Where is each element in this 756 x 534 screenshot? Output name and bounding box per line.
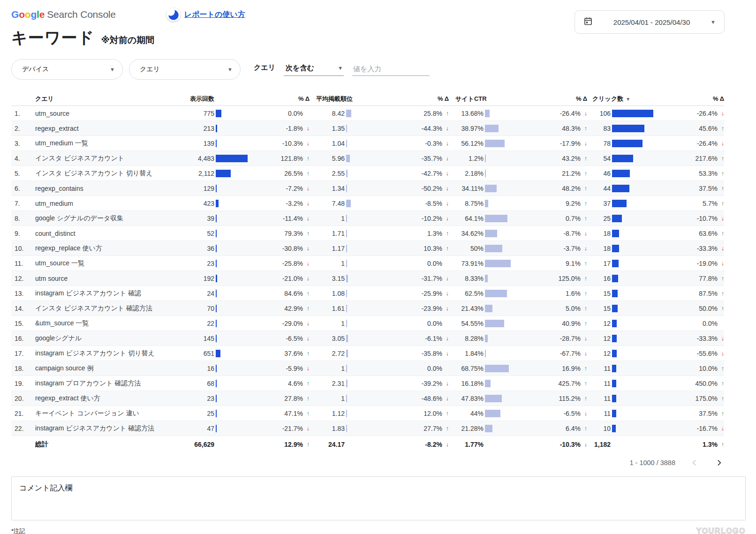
clicks-delta: -16.7%↓: [656, 421, 724, 436]
impressions-bar: [214, 316, 249, 331]
site-ctr-column-header[interactable]: サイトCTR: [449, 95, 513, 103]
pagination: 1 - 1000 / 3888: [11, 453, 724, 473]
impressions-delta: 0.0%: [249, 106, 310, 120]
clicks-delta: 37.5%↑: [656, 181, 724, 196]
clicks-bar: [611, 271, 656, 286]
clicks-delta: 0.0%: [656, 316, 724, 331]
query-cell: インスタ ビジネスアカウント 切り替え: [35, 166, 181, 181]
table-row[interactable]: 22. instagram ビジネスアカウント 確認方法 47 -21.7%↓ …: [11, 421, 724, 436]
impressions-delta: 12.9%↑: [249, 436, 310, 453]
table-row[interactable]: 15. &utm_source 一覧 22 -29.0%↓ 1 0.0% 54.…: [11, 316, 724, 331]
device-filter-dropdown[interactable]: デバイス ▼: [11, 59, 123, 80]
impressions-value: 423: [181, 196, 214, 211]
comment-box[interactable]: コメント記入欄: [11, 476, 746, 520]
avg-position-bar: [345, 226, 353, 241]
table-row[interactable]: 10. regexp_replace 使い方 36 -30.8%↓ 1.17 1…: [11, 241, 724, 256]
clicks-delta-header[interactable]: % Δ: [656, 95, 724, 102]
chevron-down-icon: ▼: [711, 19, 716, 25]
impressions-value: 66,629: [181, 436, 214, 453]
table-row[interactable]: 16. googleシグナル 145 -6.5%↓ 3.05 -6.1%↓ 8.…: [11, 331, 724, 346]
avg-position-value: 2.72: [310, 346, 345, 361]
table-row[interactable]: 5. インスタ ビジネスアカウント 切り替え 2,112 26.5%↑ 2.55…: [11, 166, 724, 181]
impressions-value: 52: [181, 226, 214, 241]
impressions-value: 36: [181, 241, 214, 256]
impressions-delta: -30.8%↓: [249, 241, 310, 256]
calendar-icon: [583, 16, 593, 28]
site-ctr-bar: [484, 406, 513, 421]
avg-position-delta: 1.3%↑: [353, 226, 449, 241]
impressions-value: 213: [181, 121, 214, 135]
site-ctr-bar: [484, 331, 513, 346]
table-row[interactable]: 9. count_distinct 52 79.3%↑ 1.71 1.3%↑ 3…: [11, 226, 724, 241]
table-row[interactable]: 19. instagram プロアカウント 確認方法 68 4.6%↑ 2.31…: [11, 376, 724, 391]
query-cell: google シグナルのデータ収集: [35, 211, 181, 226]
site-ctr-bar: [484, 181, 513, 196]
date-range-picker[interactable]: 2025/04/01 - 2025/04/30 ▼: [575, 10, 725, 34]
avg-position-value: 7.48: [310, 196, 345, 211]
clicks-column-header[interactable]: クリック数▼: [587, 95, 656, 103]
query-cell: 総計: [35, 436, 181, 453]
table-row[interactable]: 11. utm_source 一覧 23 -25.8%↓ 1 0.0% 73.9…: [11, 256, 724, 271]
table-row[interactable]: 14. インスタ ビジネスアカウント 確認方法 70 42.9%↑ 1.61 -…: [11, 301, 724, 316]
impressions-value: 39: [181, 211, 214, 226]
table-row[interactable]: 6. regexp_contains 129 -7.2%↓ 1.34 -50.2…: [11, 181, 724, 196]
avg-position-delta: 12.0%↑: [353, 406, 449, 421]
query-column-header[interactable]: クエリ: [35, 95, 181, 103]
table-row[interactable]: 20. regexp_extract 使い方 23 27.8%↑ 1 -48.6…: [11, 391, 724, 406]
table-row[interactable]: 21. キーイベント コンバージョン 違い 25 47.1%↑ 1.12 12.…: [11, 406, 724, 421]
avg-position-value: 5.96: [310, 151, 345, 165]
clicks-value: 1,182: [587, 436, 611, 453]
clicks-delta: 45.6%↑: [656, 121, 724, 135]
impressions-bar: [214, 301, 249, 316]
comment-box-label: コメント記入欄: [19, 484, 73, 492]
impressions-delta-header[interactable]: % Δ: [249, 95, 310, 102]
table-row[interactable]: 7. utm_medium 423 -3.2%↓ 7.48 -8.5%↓ 8.7…: [11, 196, 724, 211]
table-total-row[interactable]: 総計 66,629 12.9%↑ 24.17 -8.2%↓ 1.77% -10.…: [11, 436, 724, 453]
table-row[interactable]: 4. インスタ ビジネスアカウント 4,483 121.8%↑ 5.96 -35…: [11, 151, 724, 166]
avg-position-bar: [345, 136, 353, 150]
chevron-left-icon[interactable]: [689, 458, 700, 468]
avg-position-value: 3.05: [310, 331, 345, 346]
filter-operator-select[interactable]: 次を含む ▼: [284, 64, 344, 76]
avg-position-delta: 0.0%: [353, 361, 449, 376]
site-ctr-value: 13.68%: [449, 106, 484, 120]
table-row[interactable]: 12. utm source 192 -21.0%↓ 3.15 -31.7%↓ …: [11, 271, 724, 286]
table-row[interactable]: 8. google シグナルのデータ収集 39 -11.4%↓ 1 -10.2%…: [11, 211, 724, 226]
query-filter-dropdown[interactable]: クエリ ▼: [129, 59, 241, 80]
impressions-bar: [214, 151, 249, 165]
row-rank: 6.: [11, 181, 35, 196]
site-ctr-bar: [484, 211, 513, 226]
clicks-delta: -33.3%↓: [656, 331, 724, 346]
avg-position-delta: 25.8%↑: [353, 106, 449, 120]
impressions-value: 2,112: [181, 166, 214, 181]
impressions-bar: [214, 106, 249, 120]
table-row[interactable]: 3. utm_medium 一覧 139 -10.3%↓ 1.04 -0.3%↓…: [11, 136, 724, 151]
clicks-bar: [611, 226, 656, 241]
site-ctr-value: 62.5%: [449, 286, 484, 301]
table-row[interactable]: 13. instagram ビジネスアカウント 確認 24 84.6%↑ 1.0…: [11, 286, 724, 301]
table-row[interactable]: 1. utm_source 775 0.0% 8.42 25.8%↑ 13.68…: [11, 106, 724, 121]
row-rank: 2.: [11, 121, 35, 135]
avg-position-value: 3.15: [310, 271, 345, 286]
filter-value-input[interactable]: [352, 65, 430, 76]
table-row[interactable]: 18. campaign source 例 16 -5.9%↓ 1 0.0% 6…: [11, 361, 724, 376]
avg-position-column-header[interactable]: 平均掲載順位: [310, 95, 353, 103]
chevron-right-icon[interactable]: [714, 458, 724, 468]
clicks-value: 106: [587, 106, 611, 120]
avg-position-bar: [345, 106, 353, 120]
site-ctr-bar: [484, 271, 513, 286]
site-ctr-delta-header[interactable]: % Δ: [513, 95, 587, 102]
clicks-delta: 175.0%↑: [656, 391, 724, 406]
avg-position-delta-header[interactable]: % Δ: [353, 95, 449, 102]
help-link[interactable]: レポートの使い方: [184, 10, 245, 20]
table-row[interactable]: 17. instagram ビジネスアカウント 切り替え 651 37.6%↑ …: [11, 346, 724, 361]
report-help[interactable]: レポートの使い方: [166, 8, 245, 22]
row-rank: 16.: [11, 331, 35, 346]
keyword-table: クエリ 表示回数 % Δ 平均掲載順位 % Δ サイトCTR % Δ クリック数…: [11, 92, 724, 453]
table-row[interactable]: 2. regexp_extract 213 -1.8%↓ 1.35 -44.3%…: [11, 121, 724, 136]
site-ctr-delta: -6.5%↓: [513, 406, 587, 421]
impressions-column-header[interactable]: 表示回数: [181, 95, 214, 103]
clicks-delta: 53.3%↑: [656, 166, 724, 181]
impressions-bar: [214, 241, 249, 256]
clicks-value: 83: [587, 121, 611, 135]
